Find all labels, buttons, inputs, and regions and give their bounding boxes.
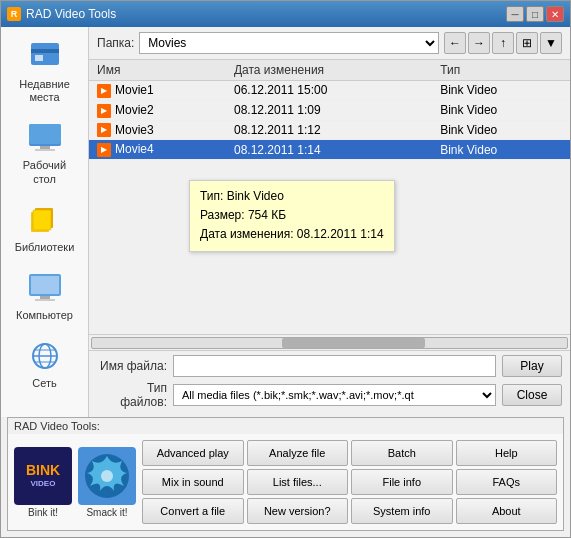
svg-rect-13 (35, 299, 55, 301)
tooltip-date: Дата изменения: 08.12.2011 1:14 (200, 225, 384, 244)
folder-bar: Папка: Movies ← → ↑ ⊞ ▼ (89, 27, 570, 60)
action-button-system-info[interactable]: System info (351, 498, 453, 524)
action-buttons-grid: Advanced playAnalyze fileBatchHelpMix in… (142, 440, 557, 524)
table-row[interactable]: ▶Movie2 08.12.2011 1:09 Bink Video (89, 100, 570, 120)
col-date[interactable]: Дата изменения (226, 60, 432, 81)
folder-select[interactable]: Movies (139, 32, 439, 54)
file-date-cell: 08.12.2011 1:12 (226, 120, 432, 140)
file-type-cell: Bink Video (432, 120, 570, 140)
main-content: Недавние места Рабочий стол Библиотеки (1, 27, 570, 417)
tooltip-size: Размер: 754 КБ (200, 206, 384, 225)
table-row[interactable]: ▶Movie3 08.12.2011 1:12 Bink Video (89, 120, 570, 140)
bink-logo-inner: BINK VIDEO (26, 461, 60, 490)
scrollbar-thumb[interactable] (282, 338, 425, 348)
action-button-convert-a-file[interactable]: Convert a file (142, 498, 244, 524)
window-title: RAD Video Tools (26, 7, 116, 21)
action-button-list-files...[interactable]: List files... (247, 469, 349, 495)
sidebar-item-libraries[interactable]: Библиотеки (7, 198, 82, 258)
action-button-faqs[interactable]: FAQs (456, 469, 558, 495)
svg-rect-2 (35, 55, 43, 61)
folder-nav-buttons: ← → ↑ ⊞ ▼ (444, 32, 562, 54)
sidebar-item-recent[interactable]: Недавние места (7, 35, 82, 108)
svg-rect-11 (31, 276, 59, 294)
play-button[interactable]: Play (502, 355, 562, 377)
library-icon (24, 202, 66, 238)
action-button-advanced-play[interactable]: Advanced play (142, 440, 244, 466)
file-name-cell: ▶Movie1 (89, 81, 226, 101)
rad-section-title: RAD Video Tools: (8, 418, 563, 434)
bottom-bar: Имя файла: Play Тип файлов: All media fi… (89, 351, 570, 417)
svg-rect-4 (29, 124, 61, 144)
desktop-icon (24, 120, 66, 156)
action-button-file-info[interactable]: File info (351, 469, 453, 495)
action-button-help[interactable]: Help (456, 440, 558, 466)
table-row[interactable]: ▶Movie1 06.12.2011 15:00 Bink Video (89, 81, 570, 101)
smack-label: Smack it! (86, 507, 127, 518)
action-button-batch[interactable]: Batch (351, 440, 453, 466)
network-label: Сеть (32, 377, 56, 390)
file-type-cell: Bink Video (432, 81, 570, 101)
table-row[interactable]: ▶Movie4 08.12.2011 1:14 Bink Video (89, 140, 570, 160)
file-tooltip: Тип: Bink Video Размер: 754 КБ Дата изме… (189, 180, 395, 252)
title-bar-left: R RAD Video Tools (7, 7, 116, 21)
recent-icon (24, 39, 66, 75)
network-icon (24, 338, 66, 374)
col-name[interactable]: Имя (89, 60, 226, 81)
main-window: R RAD Video Tools ─ □ ✕ Недавние места (0, 0, 571, 538)
up-button[interactable]: ↑ (492, 32, 514, 54)
file-icon: ▶ (97, 84, 111, 98)
action-button-analyze-file[interactable]: Analyze file (247, 440, 349, 466)
horizontal-scrollbar[interactable] (89, 335, 570, 351)
library-label: Библиотеки (15, 241, 75, 254)
file-name-cell: ▶Movie3 (89, 120, 226, 140)
svg-rect-1 (31, 49, 59, 53)
svg-rect-12 (40, 296, 50, 299)
svg-rect-0 (31, 43, 59, 65)
file-icon: ▶ (97, 123, 111, 137)
action-button-mix-in-sound[interactable]: Mix in sound (142, 469, 244, 495)
view-button[interactable]: ▼ (540, 32, 562, 54)
action-button-about[interactable]: About (456, 498, 558, 524)
action-button-new-version?[interactable]: New version? (247, 498, 349, 524)
computer-icon (24, 270, 66, 306)
bink-col: BINK VIDEO Bink it! (14, 447, 72, 518)
file-name-cell: ▶Movie4 (89, 140, 226, 160)
sidebar-item-computer[interactable]: Компьютер (7, 266, 82, 326)
file-type-cell: Bink Video (432, 100, 570, 120)
new-folder-button[interactable]: ⊞ (516, 32, 538, 54)
minimize-button[interactable]: ─ (506, 6, 524, 22)
recent-label: Недавние места (11, 78, 78, 104)
sidebar-item-network[interactable]: Сеть (7, 334, 82, 394)
bink-label: Bink it! (28, 507, 58, 518)
maximize-button[interactable]: □ (526, 6, 544, 22)
close-button[interactable]: Close (502, 384, 562, 406)
file-name-cell: ▶Movie2 (89, 100, 226, 120)
file-date-cell: 06.12.2011 15:00 (226, 81, 432, 101)
file-table: Имя Дата изменения Тип ▶Movie1 06.12.201… (89, 60, 570, 160)
folder-label: Папка: (97, 36, 134, 50)
filetype-row: Тип файлов: All media files (*.bik;*.smk… (97, 381, 562, 409)
file-type-cell: Bink Video (432, 140, 570, 160)
smack-col: Smack it! (78, 447, 136, 518)
back-button[interactable]: ← (444, 32, 466, 54)
close-window-button[interactable]: ✕ (546, 6, 564, 22)
smack-logo (78, 447, 136, 505)
svg-rect-6 (35, 149, 55, 151)
sidebar: Недавние места Рабочий стол Библиотеки (1, 27, 89, 417)
desktop-label: Рабочий стол (11, 159, 78, 185)
forward-button[interactable]: → (468, 32, 490, 54)
rad-content: BINK VIDEO Bink it! Smack it! (8, 434, 563, 530)
col-type[interactable]: Тип (432, 60, 570, 81)
tooltip-type: Тип: Bink Video (200, 187, 384, 206)
file-list-container[interactable]: Имя Дата изменения Тип ▶Movie1 06.12.201… (89, 60, 570, 335)
app-icon: R (7, 7, 21, 21)
file-icon: ▶ (97, 104, 111, 118)
file-icon: ▶ (97, 143, 111, 157)
filetype-select[interactable]: All media files (*.bik;*.smk;*.wav;*.avi… (173, 384, 496, 406)
filetype-label: Тип файлов: (97, 381, 167, 409)
scrollbar-track[interactable] (91, 337, 568, 349)
svg-rect-9 (33, 210, 51, 230)
svg-rect-5 (40, 146, 50, 149)
filename-input[interactable] (173, 355, 496, 377)
sidebar-item-desktop[interactable]: Рабочий стол (7, 116, 82, 189)
